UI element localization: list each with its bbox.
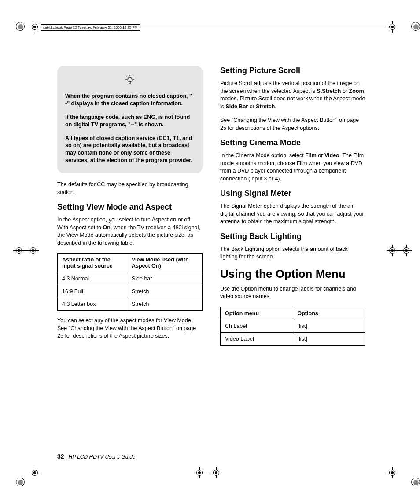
table-header: Aspect ratio of the input signal source (58, 254, 127, 272)
heading-cinema-mode: Setting Cinema Mode (220, 138, 365, 147)
heading-option-menu: Using the Option Menu (220, 267, 365, 281)
note-text: When the program contains no closed capt… (65, 92, 195, 107)
svg-line-2 (126, 77, 127, 77)
note-text: All types of closed caption service (CC1… (65, 135, 195, 165)
left-column: When the program contains no closed capt… (57, 66, 203, 352)
table-header: Options (293, 307, 365, 320)
footer-title: HP LCD HDTV User's Guide (69, 454, 136, 460)
table-row: 4:3 Letter boxStretch (58, 298, 203, 311)
svg-point-0 (128, 77, 132, 82)
body-text: Use the Option menu to change labels for… (220, 285, 365, 301)
page-number: 32 (57, 453, 64, 460)
note-text: If the language code, such as ENG, is no… (65, 114, 195, 129)
body-text: Picture Scroll adjusts the vertical posi… (220, 80, 365, 110)
body-text: You can select any of the aspect modes f… (57, 317, 203, 340)
table-row: 16:9 FullStretch (58, 285, 203, 298)
heading-back-lighting: Setting Back Lighting (220, 232, 365, 241)
svg-line-3 (133, 77, 133, 77)
body-text: The defaults for CC may be specified by … (57, 181, 203, 196)
body-text: The Back Lighting option selects the amo… (220, 246, 365, 261)
header-meta: sa6ldtv.book Page 32 Tuesday, February 2… (41, 24, 140, 31)
body-text: The Signal Meter option displays the str… (220, 202, 365, 226)
heading-signal-meter: Using Signal Meter (220, 189, 365, 198)
table-row: Video Label[list] (221, 332, 365, 345)
table-row: Ch Label[list] (221, 320, 365, 332)
page-footer: 32 HP LCD HDTV User's Guide (57, 453, 135, 460)
heading-view-mode: Setting View Mode and Aspect (57, 202, 203, 212)
tip-box: When the program contains no closed capt… (57, 66, 203, 173)
option-table: Option menuOptions Ch Label[list] Video … (220, 307, 365, 346)
body-text: See "Changing the View with the Aspect B… (220, 117, 365, 132)
table-row: 4:3 NormalSide bar (58, 272, 203, 285)
right-column: Setting Picture Scroll Picture Scroll ad… (220, 66, 365, 352)
aspect-table: Aspect ratio of the input signal sourceV… (57, 253, 203, 311)
table-header: View Mode used (with Aspect On) (127, 254, 202, 272)
body-text: In the Cinema Mode option, select Film o… (220, 152, 365, 183)
table-header: Option menu (221, 307, 293, 320)
heading-picture-scroll: Setting Picture Scroll (220, 66, 365, 75)
lightbulb-icon (65, 74, 195, 88)
body-text: In the Aspect option, you select to turn… (57, 216, 203, 247)
